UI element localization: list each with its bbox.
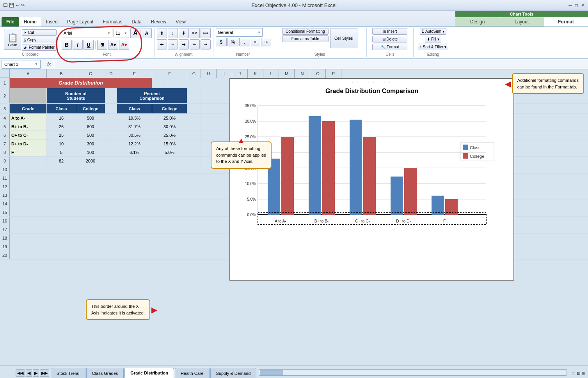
tab-layout[interactable]: Layout xyxy=(499,17,544,26)
align-top-button[interactable]: ⬆ xyxy=(157,28,167,38)
row-num-11[interactable]: 11 xyxy=(0,174,10,182)
font-size-dropdown[interactable]: 11 ▼ xyxy=(114,29,129,37)
paste-button[interactable]: 📋 Paste xyxy=(4,30,21,50)
cell-F7[interactable]: 15.0% xyxy=(152,140,187,148)
tab-stock-trend[interactable]: Stock Trend xyxy=(51,368,85,378)
col-header-C[interactable]: C xyxy=(76,69,105,78)
align-center-button[interactable]: ↔ xyxy=(168,39,178,49)
tab-scrollbar[interactable] xyxy=(259,369,567,376)
col-header-D[interactable]: D xyxy=(105,69,117,78)
align-middle-button[interactable]: ↕ xyxy=(168,28,178,38)
font-name-dropdown[interactable]: Arial ▼ xyxy=(62,29,112,37)
col-header-O[interactable]: O xyxy=(310,69,326,78)
cell-C5[interactable]: 600 xyxy=(76,122,105,131)
col-header-P[interactable]: P xyxy=(326,69,341,78)
row-num-10[interactable]: 10 xyxy=(0,165,10,173)
cell-A4[interactable]: A to A- xyxy=(10,114,47,122)
row-num-7[interactable]: 7 xyxy=(0,140,10,148)
cell-A5[interactable]: B+ to B- xyxy=(10,122,47,131)
name-box[interactable]: Chart 3 ▼ xyxy=(2,60,41,69)
format-painter-button[interactable]: 🖌 Format Painter xyxy=(22,44,57,51)
format-button[interactable]: 🔧 Format xyxy=(372,44,407,50)
tab-review[interactable]: Review xyxy=(146,17,171,26)
minimize-btn[interactable]: ─ xyxy=(568,3,572,8)
col-header-F[interactable]: F xyxy=(152,69,187,78)
cell-A2[interactable] xyxy=(10,88,47,103)
cell-B3[interactable]: Class xyxy=(47,104,76,113)
undo-icon[interactable]: ↩ xyxy=(16,3,20,8)
increase-decimal-button[interactable]: .0+ xyxy=(251,38,260,46)
cell-A8[interactable]: F xyxy=(10,148,47,156)
tab-scrollbar-thumb[interactable] xyxy=(260,370,283,375)
cell-G4[interactable] xyxy=(187,114,201,122)
cell-F4[interactable]: 25.0% xyxy=(152,114,187,122)
cell-B6[interactable]: 25 xyxy=(47,131,76,139)
cell-G9[interactable] xyxy=(187,157,201,165)
col-header-M[interactable]: M xyxy=(279,69,295,78)
bold-button[interactable]: B xyxy=(62,40,72,50)
cell-C6[interactable]: 500 xyxy=(76,131,105,139)
row-num-13[interactable]: 13 xyxy=(0,191,10,199)
row-num-8[interactable]: 8 xyxy=(0,148,10,156)
cell-B8[interactable]: 5 xyxy=(47,148,76,156)
cell-G7[interactable] xyxy=(187,140,201,148)
cell-D8[interactable] xyxy=(105,148,117,156)
cell-E2[interactable]: PercentComparison xyxy=(117,88,187,103)
cell-A3[interactable]: Grade xyxy=(10,104,47,113)
cut-button[interactable]: ✂ Cut xyxy=(22,29,57,36)
tab-design[interactable]: Design xyxy=(455,17,499,26)
align-left-button[interactable]: ⬅ xyxy=(157,39,167,49)
copy-button[interactable]: ⎘ Copy xyxy=(22,37,57,43)
tab-view[interactable]: View xyxy=(171,17,190,26)
cell-B4[interactable]: 16 xyxy=(47,114,76,122)
decrease-indent-button[interactable]: ⇤ xyxy=(190,39,200,49)
col-header-I[interactable]: I xyxy=(217,69,232,78)
cell-D4[interactable] xyxy=(105,114,117,122)
comma-button[interactable]: , xyxy=(239,38,250,46)
insert-button[interactable]: ⊞ Insert xyxy=(372,28,407,35)
col-header-E[interactable]: E xyxy=(117,69,152,78)
row-num-15[interactable]: 15 xyxy=(0,208,10,216)
cell-styles-button[interactable]: Cell Styles xyxy=(330,28,357,48)
tab-home[interactable]: Home xyxy=(19,17,41,26)
chart-container[interactable]: . . . . . . . . . . Grade Distribution C… xyxy=(229,78,514,281)
col-header-J[interactable]: J xyxy=(232,69,248,78)
maximize-btn[interactable]: □ xyxy=(575,3,578,8)
underline-button[interactable]: U xyxy=(83,40,94,50)
borders-button[interactable]: ⊞ xyxy=(97,40,107,50)
cell-D9[interactable] xyxy=(105,157,117,165)
merge-center-button[interactable]: ⟺ xyxy=(201,28,211,38)
tab-page-layout[interactable]: Page Layout xyxy=(62,17,98,26)
cell-A6[interactable]: C+ to C- xyxy=(10,131,47,139)
shrink-font-button[interactable]: A xyxy=(142,28,152,38)
italic-button[interactable]: I xyxy=(73,40,83,50)
cell-C4[interactable]: 500 xyxy=(76,114,105,122)
row-num-14[interactable]: 14 xyxy=(0,200,10,208)
grow-font-button[interactable]: A xyxy=(130,28,140,38)
formula-input[interactable] xyxy=(57,64,586,65)
cell-E6[interactable]: 30.5% xyxy=(117,131,152,139)
increase-indent-button[interactable]: ⇥ xyxy=(201,39,211,49)
cell-C9[interactable]: 2000 xyxy=(76,157,105,165)
cell-G5[interactable] xyxy=(187,122,201,131)
row-num-5[interactable]: 5 xyxy=(0,122,10,131)
cell-D5[interactable] xyxy=(105,122,117,131)
row-num-2[interactable]: 2 xyxy=(0,88,10,103)
percent-button[interactable]: % xyxy=(227,38,238,46)
row-num-9[interactable]: 9 xyxy=(0,157,10,165)
tab-insert[interactable]: Insert xyxy=(41,17,62,26)
row-num-12[interactable]: 12 xyxy=(0,182,10,191)
align-right-button[interactable]: ➡ xyxy=(179,39,189,49)
tab-next-arrow[interactable]: ▶ xyxy=(33,369,39,377)
row-num-3[interactable]: 3 xyxy=(0,104,10,113)
cell-B2[interactable]: Number ofStudents xyxy=(47,88,105,103)
row-num-18[interactable]: 18 xyxy=(0,234,10,242)
cell-B7[interactable]: 10 xyxy=(47,140,76,148)
row-num-4[interactable]: 4 xyxy=(0,114,10,122)
cell-E1[interactable] xyxy=(164,78,199,88)
cell-C8[interactable]: 100 xyxy=(76,148,105,156)
cell-C3[interactable]: College xyxy=(76,104,105,113)
tab-file[interactable]: File xyxy=(2,17,19,26)
align-bottom-button[interactable]: ⬇ xyxy=(179,28,189,38)
tab-last-arrow[interactable]: ▶▶ xyxy=(40,369,49,377)
